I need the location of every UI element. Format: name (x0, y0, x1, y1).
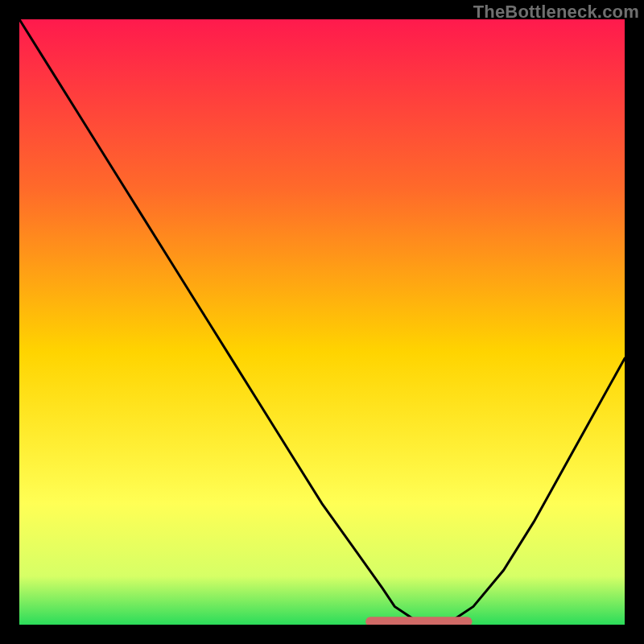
bottleneck-chart (19, 19, 625, 625)
gradient-background (19, 19, 625, 625)
chart-frame (19, 19, 625, 625)
watermark-text: TheBottleneck.com (473, 2, 639, 23)
